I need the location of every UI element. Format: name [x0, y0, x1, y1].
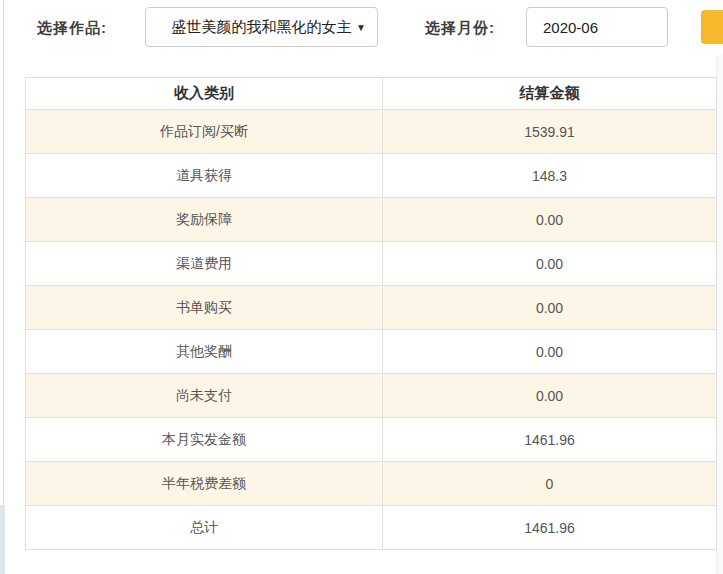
- left-scrollbar-thumb[interactable]: [0, 505, 5, 574]
- income-category-cell: 道具获得: [26, 154, 383, 198]
- amount-cell: 148.3: [383, 154, 717, 198]
- table-row: 作品订阅/买断1539.91: [26, 110, 717, 154]
- column-header-amount: 结算金额: [383, 78, 717, 110]
- column-header-category: 收入类别: [26, 78, 383, 110]
- panel-right-edge: [716, 55, 723, 574]
- amount-cell: 1461.96: [383, 418, 717, 462]
- table-row: 尚未支付0.00: [26, 374, 717, 418]
- amount-cell: 0.00: [383, 330, 717, 374]
- income-category-cell: 作品订阅/买断: [26, 110, 383, 154]
- table-row: 半年税费差额0: [26, 462, 717, 506]
- month-select-label: 选择月份:: [425, 19, 495, 38]
- income-category-cell: 奖励保障: [26, 198, 383, 242]
- table-row: 奖励保障0.00: [26, 198, 717, 242]
- table-row: 渠道费用0.00: [26, 242, 717, 286]
- income-category-cell: 书单购买: [26, 286, 383, 330]
- table-row: 书单购买0.00: [26, 286, 717, 330]
- income-category-cell: 其他奖酬: [26, 330, 383, 374]
- income-category-cell: 总计: [26, 506, 383, 550]
- table-body: 作品订阅/买断1539.91道具获得148.3奖励保障0.00渠道费用0.00书…: [26, 110, 717, 550]
- table-row: 其他奖酬0.00: [26, 330, 717, 374]
- amount-cell: 1461.96: [383, 506, 717, 550]
- amount-cell: 0.00: [383, 198, 717, 242]
- income-category-cell: 本月实发金额: [26, 418, 383, 462]
- table-row: 道具获得148.3: [26, 154, 717, 198]
- table-row: 本月实发金额1461.96: [26, 418, 717, 462]
- month-input[interactable]: [526, 7, 668, 47]
- table-header-row: 收入类别 结算金额: [26, 78, 717, 110]
- amount-cell: 0: [383, 462, 717, 506]
- chevron-down-icon: ▼: [356, 22, 366, 33]
- income-category-cell: 尚未支付: [26, 374, 383, 418]
- income-category-cell: 渠道费用: [26, 242, 383, 286]
- amount-cell: 0.00: [383, 374, 717, 418]
- income-category-cell: 半年税费差额: [26, 462, 383, 506]
- amount-cell: 0.00: [383, 286, 717, 330]
- work-select-value: 盛世美颜的我和黑化的女主: [172, 18, 352, 37]
- panel-left-border: [3, 0, 4, 574]
- table-row: 总计1461.96: [26, 506, 717, 550]
- income-table: 收入类别 结算金额 作品订阅/买断1539.91道具获得148.3奖励保障0.0…: [25, 77, 717, 550]
- work-select[interactable]: 盛世美颜的我和黑化的女主 ▼: [145, 7, 378, 47]
- amount-cell: 0.00: [383, 242, 717, 286]
- amount-cell: 1539.91: [383, 110, 717, 154]
- query-button[interactable]: [701, 10, 723, 44]
- work-select-label: 选择作品:: [37, 19, 107, 38]
